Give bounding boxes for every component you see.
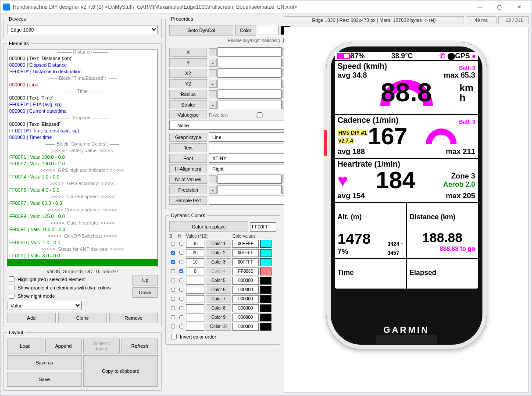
- dc-hex-input[interactable]: [232, 286, 259, 294]
- list-item[interactable]: 000000 | Timer time: [7, 134, 157, 141]
- prop-font-label[interactable]: Font: [169, 154, 207, 163]
- list-item[interactable]: FF00FD* | Distance to destination: [7, 68, 157, 75]
- dc-h-check[interactable]: [179, 287, 183, 293]
- append-button[interactable]: Append: [45, 339, 82, 353]
- prop-y2-label[interactable]: Y2: [169, 79, 207, 88]
- halign-select[interactable]: Right: [209, 164, 290, 173]
- dc-h-check[interactable]: [179, 324, 183, 329]
- dc-hex-input[interactable]: [232, 240, 259, 248]
- x2-input[interactable]: [218, 68, 282, 78]
- color-replace-button[interactable]: Color to replace: [169, 221, 248, 232]
- dc-hex-input[interactable]: [232, 314, 259, 321]
- dc-value-input[interactable]: [186, 286, 204, 294]
- elements-list[interactable]: ——— Distance ———000000 | Text: 'Distance…: [7, 50, 158, 267]
- dc-hex-input[interactable]: [232, 277, 259, 285]
- dc-hex-input[interactable]: [232, 323, 259, 331]
- list-item[interactable]: >>>>>: GPS high acc indicator: <<<<<: [7, 167, 157, 174]
- dc-color-button[interactable]: Color 5: [206, 277, 231, 285]
- dc-hex-input[interactable]: [232, 258, 259, 266]
- dc-hex-input[interactable]: [232, 268, 259, 275]
- y2-dec[interactable]: -: [209, 80, 217, 88]
- x-dec[interactable]: -: [209, 48, 217, 56]
- stroke-dec[interactable]: -: [209, 101, 217, 109]
- opt-gradient[interactable]: Show gradient on elements with dyn. colo…: [7, 283, 131, 292]
- refresh-button[interactable]: Refresh: [121, 339, 158, 353]
- goto-dyncol-button[interactable]: Goto DynCol: [169, 25, 233, 36]
- dc-hex-input[interactable]: [232, 249, 259, 257]
- copy-clipboard-button[interactable]: Copy to clipboard: [83, 355, 158, 387]
- precision-input[interactable]: [218, 185, 282, 194]
- prop-stroke-label[interactable]: Stroke: [169, 100, 207, 109]
- dc-b-check[interactable]: [171, 241, 175, 246]
- dc-color-button[interactable]: Color 8: [206, 304, 231, 312]
- dc-value-input[interactable]: [186, 268, 204, 275]
- dc-hex-input[interactable]: [232, 304, 259, 312]
- dc-b-check[interactable]: [171, 314, 175, 320]
- dc-h-check[interactable]: [179, 268, 183, 274]
- prop-graphictype-label[interactable]: Graphictype: [169, 133, 207, 142]
- dc-b-check[interactable]: [171, 278, 175, 283]
- font-select[interactable]: XTINY: [209, 153, 290, 163]
- prop-sample-label[interactable]: Sample text: [169, 196, 207, 205]
- dc-color-button[interactable]: Color 10: [206, 323, 231, 331]
- list-item[interactable]: ——— Elapsed: ———: [7, 114, 157, 121]
- list-item[interactable]: >>>>>: Status for ANT devices: <<<<<: [7, 246, 157, 253]
- y-input[interactable]: [218, 58, 282, 67]
- maximize-button[interactable]: ▢: [489, 1, 509, 13]
- dc-h-check[interactable]: [179, 296, 183, 302]
- sample-input[interactable]: [209, 196, 290, 205]
- list-item[interactable]: —— Block "Dynamic Colors": ——: [7, 141, 157, 147]
- dc-b-check[interactable]: [171, 305, 175, 311]
- dc-color-button[interactable]: Color 4: [206, 268, 231, 275]
- dc-value-input[interactable]: [186, 304, 204, 312]
- opt-highlight[interactable]: Highlight (red) selected element: [7, 275, 131, 283]
- color-replace-input[interactable]: [250, 222, 276, 232]
- list-item[interactable]: —— Block "Time/Elapsed": ——: [7, 75, 157, 82]
- dc-color-button[interactable]: Color 7: [206, 295, 231, 303]
- valuetype-select[interactable]: -- None --: [169, 121, 290, 130]
- dc-color-button[interactable]: Color 6: [206, 286, 231, 294]
- prop-valuetype-label[interactable]: Valuetype: [169, 111, 207, 119]
- list-item[interactable]: 000000 | Line: [7, 82, 157, 88]
- list-item[interactable]: FF00FB | Vals: 185.0 - 0.0: [7, 226, 157, 233]
- dc-color-button[interactable]: Color 1: [206, 240, 231, 248]
- up-button[interactable]: Up: [132, 275, 158, 285]
- dc-b-check[interactable]: [171, 324, 175, 329]
- x2-dec[interactable]: -: [209, 69, 217, 77]
- minimize-button[interactable]: —: [470, 1, 489, 13]
- device-select[interactable]: Edge 1030: [7, 25, 158, 34]
- opt-night[interactable]: Show night mode: [7, 292, 131, 300]
- y2-input[interactable]: [218, 79, 282, 88]
- save-button[interactable]: Save: [7, 372, 82, 387]
- prop-y-label[interactable]: Y: [169, 58, 207, 67]
- list-item[interactable]: FF00FF | Vals: 3.0 - 0.0: [7, 259, 157, 266]
- list-item[interactable]: FF00FE | Vals: 3.0 - 0.0: [7, 253, 157, 259]
- dc-value-input[interactable]: [186, 240, 204, 248]
- dc-value-input[interactable]: [186, 277, 204, 285]
- dc-h-check[interactable]: [179, 305, 183, 311]
- dc-value-input[interactable]: [186, 249, 204, 257]
- list-item[interactable]: FF00FD* | ETA (avg. sp): [7, 101, 157, 108]
- dc-b-check[interactable]: [171, 259, 175, 265]
- list-item[interactable]: >>>>>: Battery value: <<<<<: [7, 147, 157, 154]
- list-item[interactable]: FF00F2 | Vals: 100.0 - 2.0: [7, 161, 157, 167]
- sortby-select[interactable]: Value: [7, 301, 82, 310]
- radius-input[interactable]: [218, 89, 282, 99]
- dc-color-button[interactable]: Color 2: [206, 249, 231, 257]
- list-item[interactable]: ——— Distance ———: [7, 50, 157, 55]
- prop-nrvalues-label[interactable]: Nr of Values: [169, 175, 207, 184]
- y-dec[interactable]: -: [209, 59, 217, 67]
- dc-value-input[interactable]: [186, 295, 204, 303]
- dc-h-check[interactable]: [179, 278, 183, 283]
- list-item[interactable]: 000000 | Text: 'Distance (km)': [7, 55, 157, 62]
- prop-x-label[interactable]: X: [169, 48, 207, 57]
- prop-text-label[interactable]: Text: [169, 143, 207, 152]
- color-hex-input[interactable]: [258, 26, 279, 35]
- graphictype-select[interactable]: Line: [209, 132, 290, 142]
- list-item[interactable]: ——— Time ———: [7, 88, 157, 95]
- text-input[interactable]: [209, 143, 290, 152]
- list-item[interactable]: FF00FD* | Time to dest (avg. sp): [7, 128, 157, 134]
- list-item[interactable]: >>>>>: Current speed: <<<<<: [7, 193, 157, 200]
- list-item[interactable]: 000000 | Text: 'Elapsed': [7, 121, 157, 128]
- dc-h-check[interactable]: [179, 259, 183, 265]
